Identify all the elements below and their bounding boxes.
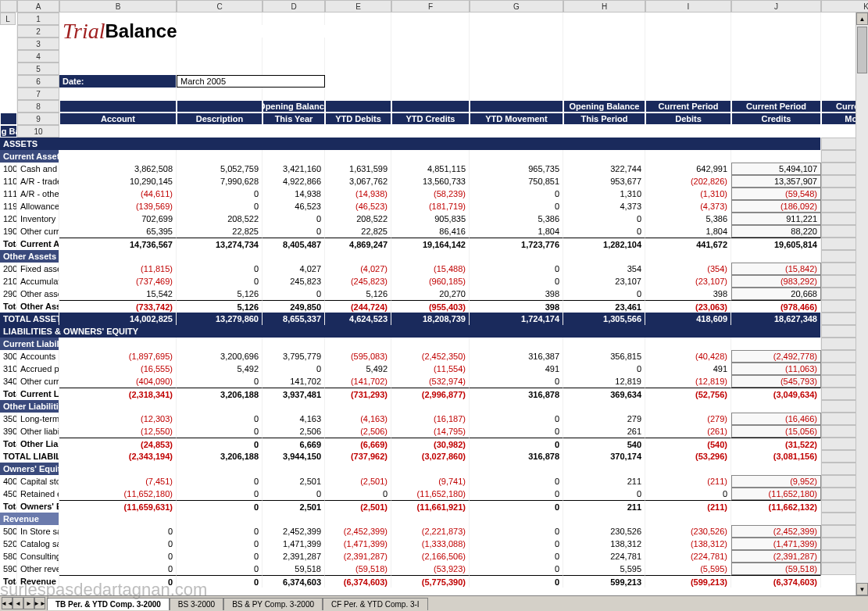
val-44-e: 59,518 <box>263 563 325 575</box>
tab-nav-prev[interactable]: ◄ <box>13 597 23 609</box>
val-39-g: (11,661,921) <box>391 500 470 513</box>
col-header-F[interactable]: F <box>391 0 470 13</box>
col-header-D[interactable]: D <box>263 0 325 13</box>
val-44-c: 0 <box>59 563 177 575</box>
val-27-e: 3,795,779 <box>263 350 325 363</box>
row-header-6[interactable]: 6 <box>17 75 59 88</box>
val-13-c: 10,290,145 <box>59 175 177 188</box>
col-header-I[interactable]: I <box>645 0 731 13</box>
col-header-B[interactable]: B <box>59 0 177 13</box>
blank <box>470 75 563 88</box>
val-33-g: (14,795) <box>391 425 470 438</box>
blank <box>470 50 563 63</box>
scroll-up-arrow[interactable]: ▲ <box>856 13 868 25</box>
val-33-j: (261) <box>645 425 731 438</box>
acct-27: 3000 <box>0 350 17 363</box>
val-42-i: 138,312 <box>563 538 645 550</box>
row-header-4[interactable]: 4 <box>17 50 59 63</box>
col-header-E[interactable]: E <box>325 0 391 13</box>
blank <box>325 75 391 88</box>
row-header-8[interactable]: 8 <box>17 100 59 113</box>
row-header-5[interactable]: 5 <box>17 63 59 75</box>
acct-22: 2900 <box>0 288 17 300</box>
acct-44: 5900 <box>0 563 17 575</box>
tab-nav-last[interactable]: ►► <box>34 597 45 609</box>
spreadsheet-grid[interactable]: ABCDEFGHIJKL12Trial Balance3456Date:Marc… <box>0 0 868 588</box>
blank <box>391 50 470 63</box>
sheet-tab-3[interactable]: CF Per. & YTD Comp. 3-I <box>323 598 428 610</box>
blank <box>470 338 563 350</box>
blank <box>391 463 470 475</box>
blank <box>325 50 391 63</box>
row-header-9[interactable]: 9 <box>17 113 59 125</box>
col-header-H[interactable]: H <box>563 0 645 13</box>
corner-cell[interactable] <box>0 0 17 13</box>
col-header-J[interactable]: J <box>731 0 821 13</box>
val-21-i: 23,107 <box>563 275 645 288</box>
row-header-2[interactable]: 2 <box>17 25 59 38</box>
row-header-3[interactable]: 3 <box>17 38 59 50</box>
blank <box>645 513 731 525</box>
val-29-f: (141,702) <box>325 375 391 388</box>
val-28-d: 5,492 <box>177 363 263 375</box>
val-20-i: 354 <box>563 263 645 275</box>
val-14-f: (14,938) <box>325 188 391 200</box>
val-22-i: 0 <box>563 288 645 300</box>
val-32-c: (12,303) <box>59 413 177 425</box>
row-header-1[interactable]: 1 <box>17 13 59 25</box>
val-45-i: 599,213 <box>563 575 645 588</box>
scroll-thumb[interactable] <box>857 27 867 73</box>
val-37-c: (7,451) <box>59 475 177 488</box>
val-39-h: 0 <box>470 500 563 513</box>
acct-37: 4000 <box>0 475 17 488</box>
col-header-G[interactable]: G <box>470 0 563 13</box>
val-33-h: 0 <box>470 425 563 438</box>
row-header-10[interactable]: 10 <box>17 125 59 138</box>
val-15-c: (139,569) <box>59 200 177 213</box>
blank <box>263 513 325 525</box>
val-43-k: (2,391,287) <box>731 550 821 563</box>
val-17-j: 1,804 <box>645 225 731 238</box>
val-28-h: 491 <box>470 363 563 375</box>
val-17-d: 22,825 <box>177 225 263 238</box>
date-value[interactable]: March 2005 <box>177 75 325 88</box>
tab-nav-first[interactable]: ◄◄ <box>2 597 13 609</box>
val-30-g: (2,996,877) <box>391 388 470 400</box>
val-34-f: (6,669) <box>325 438 391 450</box>
scroll-down-arrow[interactable]: ▼ <box>856 583 868 595</box>
blank <box>731 150 821 163</box>
blank <box>563 513 645 525</box>
val-37-e: 2,501 <box>263 475 325 488</box>
blank <box>263 400 325 413</box>
val-43-c: 0 <box>59 550 177 563</box>
desc-30: Current Liabilities <box>17 388 59 400</box>
col-header-L[interactable]: L <box>0 13 16 25</box>
val-23-g: (955,403) <box>391 300 470 313</box>
val-22-d: 5,126 <box>177 288 263 300</box>
col-header-C[interactable]: C <box>177 0 263 13</box>
val-39-i: 211 <box>563 500 645 513</box>
val-30-c: (2,318,341) <box>59 388 177 400</box>
sheet-tab-0[interactable]: TB Per. & YTD Comp. 3-2000 <box>47 598 170 610</box>
val-21-h: 0 <box>470 275 563 288</box>
val-27-c: (1,897,695) <box>59 350 177 363</box>
sheet-tab-1[interactable]: BS 3-2000 <box>170 598 223 610</box>
col-header-K[interactable]: K <box>821 0 868 13</box>
val-18-j: 441,672 <box>645 238 731 250</box>
val-21-j: (23,107) <box>645 275 731 288</box>
desc-13: A/R - trade <box>17 175 59 188</box>
tab-nav-next[interactable]: ► <box>23 597 34 609</box>
row-header-7[interactable]: 7 <box>17 88 59 100</box>
total-assets-i: 1,305,566 <box>563 313 645 325</box>
val-34-d: 0 <box>177 438 263 450</box>
val-12-c: 3,862,508 <box>59 163 177 175</box>
vertical-scrollbar[interactable]: ▲ ▼ <box>855 13 868 595</box>
sheet-tab-2[interactable]: BS & PY Comp. 3-2000 <box>223 598 323 610</box>
val-20-g: (15,488) <box>391 263 470 275</box>
val-17-k: 88,220 <box>731 225 821 238</box>
val-15-d: 0 <box>177 200 263 213</box>
val-16-k: 911,221 <box>731 213 821 225</box>
header-top-5 <box>470 100 563 113</box>
val-38-j: 0 <box>645 488 731 500</box>
col-header-A[interactable]: A <box>17 0 59 13</box>
